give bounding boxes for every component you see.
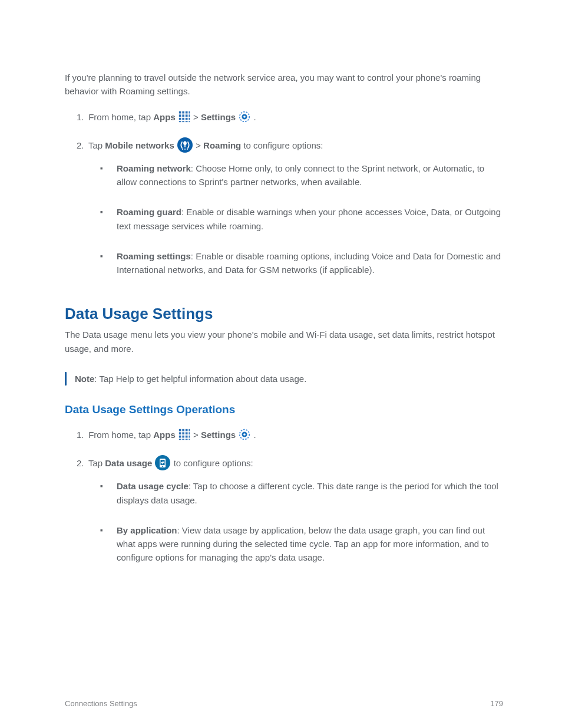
- data-usage-label: Data usage: [105, 458, 152, 468]
- svg-rect-13: [182, 121, 184, 122]
- bullet-icon: ■: [100, 249, 105, 263]
- bullet-title: Roaming settings: [117, 251, 191, 261]
- svg-rect-37: [179, 439, 181, 440]
- data-step-2: 2. Tap Data usage to configure options:: [77, 454, 503, 471]
- text: Tap: [88, 458, 105, 468]
- svg-rect-31: [186, 432, 188, 434]
- svg-rect-32: [189, 432, 190, 434]
- svg-rect-35: [186, 436, 188, 438]
- apps-label: Apps: [153, 430, 176, 440]
- bullet-title: Roaming network: [117, 163, 191, 173]
- list-item: ■ Data usage cycle: Tap to choose a diff…: [100, 479, 503, 507]
- mobile-networks-label: Mobile networks: [105, 140, 174, 150]
- svg-rect-2: [186, 111, 188, 113]
- data-usage-icon: [154, 454, 171, 471]
- settings-label: Settings: [201, 430, 236, 440]
- svg-point-47: [162, 466, 163, 467]
- text: From home, tap: [88, 430, 153, 440]
- page-footer: Connections Settings 179: [0, 699, 562, 708]
- svg-rect-38: [182, 439, 184, 440]
- svg-point-43: [244, 433, 246, 436]
- apps-grid-icon: [178, 428, 191, 441]
- svg-point-21: [184, 142, 186, 144]
- svg-rect-25: [179, 429, 181, 431]
- svg-rect-4: [179, 114, 181, 117]
- step-number: 2.: [77, 456, 86, 470]
- settings-gear-icon: [238, 428, 251, 441]
- svg-point-18: [244, 116, 246, 118]
- note-label: Note: [75, 374, 94, 384]
- step-number: 2.: [77, 139, 86, 152]
- roaming-label: Roaming: [203, 140, 241, 150]
- list-item: ■ By application: View data usage by app…: [100, 523, 503, 565]
- page-number: 179: [490, 699, 503, 708]
- bullet-title: By application: [117, 525, 177, 535]
- svg-rect-14: [186, 121, 188, 122]
- svg-rect-9: [182, 117, 184, 120]
- svg-rect-5: [182, 114, 184, 117]
- text: s.: [183, 86, 190, 96]
- svg-point-23: [184, 149, 186, 150]
- page: If you're planning to travel outside the…: [0, 0, 562, 728]
- svg-point-22: [182, 149, 183, 150]
- text: From home, tap: [88, 112, 153, 122]
- roaming-bullets: ■ Roaming network: Choose Home only, to …: [100, 162, 503, 277]
- svg-rect-36: [189, 436, 190, 438]
- svg-rect-26: [182, 429, 184, 431]
- roaming-step-2: 2. Tap Mobile networks > Roaming to conf…: [77, 137, 503, 153]
- svg-rect-34: [182, 436, 184, 438]
- data-usage-bullets: ■ Data usage cycle: Tap to choose a diff…: [100, 479, 503, 564]
- bullet-title: Roaming guard: [117, 207, 181, 217]
- list-item: ■ Roaming settings: Enable or disable ro…: [100, 249, 503, 277]
- svg-rect-3: [189, 111, 190, 113]
- svg-rect-15: [189, 121, 190, 122]
- bullet-icon: ■: [100, 479, 105, 493]
- list-item: ■ Roaming guard: Enable or disable warni…: [100, 205, 503, 233]
- svg-rect-8: [179, 117, 181, 120]
- svg-rect-40: [189, 439, 190, 440]
- footer-section-title: Connections Settings: [65, 699, 137, 708]
- step-number: 1.: [77, 428, 86, 442]
- data-step-1: 1. From home, tap Apps > Settings: [77, 428, 503, 442]
- apps-grid-icon: [178, 110, 191, 123]
- text: If you're planning to travel outside: [65, 73, 199, 83]
- svg-rect-29: [179, 432, 181, 434]
- bullet-icon: ■: [100, 162, 105, 176]
- text: .: [254, 112, 256, 122]
- text: .: [254, 430, 256, 440]
- mobile-networks-icon: [177, 137, 193, 153]
- text: >: [193, 430, 201, 440]
- note-bar-icon: [65, 372, 67, 386]
- svg-rect-28: [189, 429, 190, 431]
- svg-rect-30: [182, 432, 184, 434]
- bullet-icon: ■: [100, 523, 105, 538]
- svg-rect-1: [182, 111, 184, 113]
- svg-point-24: [187, 149, 188, 150]
- text: >: [196, 140, 203, 150]
- roaming-intro: If you're planning to travel outside the…: [65, 71, 503, 98]
- text: >: [193, 112, 201, 122]
- svg-rect-33: [179, 436, 181, 438]
- data-usage-sub-heading: Data Usage Settings Operations: [65, 403, 503, 416]
- apps-label: Apps: [153, 112, 176, 122]
- note: Note: Tap Help to get helpful informatio…: [65, 372, 503, 386]
- svg-rect-10: [186, 117, 188, 120]
- data-usage-heading: Data Usage Settings: [65, 305, 503, 323]
- note-body: : Tap Help to get helpful information ab…: [94, 374, 306, 384]
- svg-rect-6: [186, 114, 188, 117]
- svg-rect-27: [186, 429, 188, 431]
- bullet-desc: running: [181, 539, 213, 549]
- data-usage-desc: The Data usage menu lets you view your p…: [65, 328, 503, 355]
- svg-rect-7: [189, 114, 190, 117]
- settings-label: Settings: [201, 112, 236, 122]
- bullet-icon: ■: [100, 205, 105, 219]
- text: to configure options:: [174, 458, 253, 468]
- text: the network service area: [199, 73, 295, 83]
- text: Tap: [88, 140, 105, 150]
- roaming-step-1: 1. From home, tap Apps > Settings: [77, 110, 503, 124]
- step-number: 1.: [77, 110, 86, 124]
- bullet-title: Data usage cycle: [117, 481, 189, 491]
- svg-rect-12: [179, 121, 181, 122]
- svg-rect-11: [189, 117, 190, 120]
- settings-gear-icon: [238, 110, 251, 123]
